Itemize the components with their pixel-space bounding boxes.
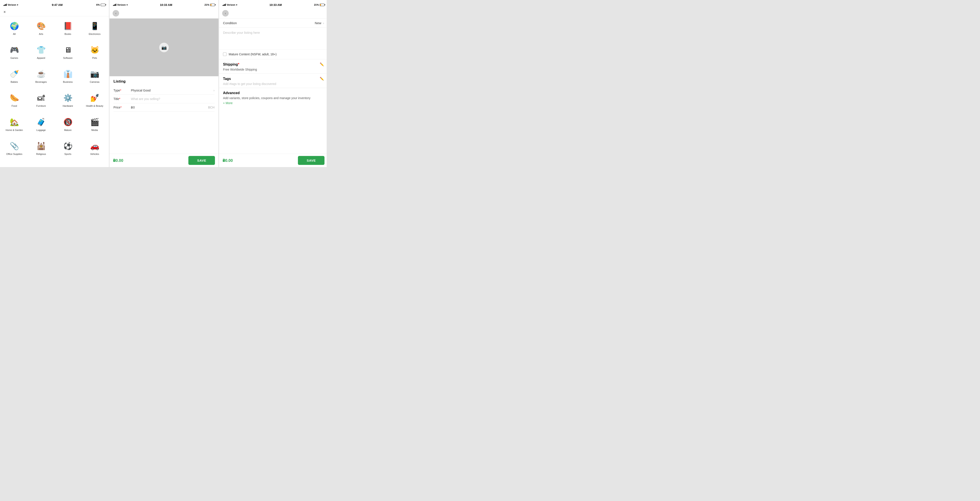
battery-icon-1	[100, 4, 105, 6]
category-label-business: Business	[63, 81, 73, 83]
panel1-header: ×	[0, 9, 109, 16]
category-item-food[interactable]: 🌭Food	[1, 90, 28, 114]
category-item-games[interactable]: 🎮Games	[1, 42, 28, 66]
category-item-babies[interactable]: 🍼Babies	[1, 66, 28, 90]
status-left-3: Verizon ▾	[223, 3, 237, 6]
description-placeholder[interactable]: Describe your listing here	[223, 31, 260, 34]
advanced-section: Advanced Add variants, store policies, c…	[219, 88, 327, 107]
category-label-software: Software	[63, 57, 73, 59]
category-label-office-supplies: Office Supplies	[6, 153, 22, 156]
mature-label: Mature Content (NSFW, adult, 18+)	[229, 52, 277, 56]
category-item-books[interactable]: 📕Books	[54, 18, 81, 42]
wifi-icon-3: ▾	[236, 4, 237, 6]
time-2: 10:33 AM	[160, 3, 172, 6]
tags-edit-icon[interactable]: ✏️	[320, 77, 324, 81]
category-icon-games: 🎮	[9, 44, 20, 56]
tags-title: Tags	[223, 77, 231, 81]
category-icon-babies: 🍼	[9, 68, 20, 80]
signal-icon-2	[113, 4, 116, 6]
save-button-3[interactable]: SAVE	[298, 156, 325, 165]
type-row[interactable]: Type* Physical Good ›	[113, 86, 215, 95]
bottom-bar-2: Ƀ0.00 SAVE	[110, 154, 218, 167]
category-label-vehicles: Vehicles	[90, 153, 99, 156]
shipping-edit-icon[interactable]: ✏️	[320, 62, 324, 67]
category-icon-books: 📕	[62, 20, 73, 32]
shipping-header: Shipping* ✏️	[223, 62, 324, 67]
shipping-title: Shipping*	[223, 62, 239, 67]
status-right-1: 6%	[96, 3, 105, 6]
price-label: Price*	[113, 106, 129, 109]
title-input[interactable]: What are you selling?	[129, 97, 215, 101]
category-item-software[interactable]: 🖥Software	[54, 42, 81, 66]
price-input[interactable]: Ƀ0	[129, 106, 206, 109]
category-item-mature[interactable]: 🔞Mature	[54, 114, 81, 138]
category-item-media[interactable]: 🎬Media	[81, 114, 108, 138]
battery-fill-3	[320, 4, 321, 6]
panel3-nav: ‹	[219, 9, 327, 19]
category-label-health-beauty: Health & Beauty	[86, 105, 103, 107]
category-panel: Verizon ▾ 9:47 AM 6% × 🌍All🎨Arts📕Books📱E…	[0, 0, 109, 167]
category-item-home-garden[interactable]: 🏡Home & Garden	[1, 114, 28, 138]
more-link[interactable]: + More	[223, 101, 232, 105]
category-item-health-beauty[interactable]: 💅Health & Beauty	[81, 90, 108, 114]
category-item-pets[interactable]: 🐱Pets	[81, 42, 108, 66]
category-item-all[interactable]: 🌍All	[1, 18, 28, 42]
signal-icon	[3, 4, 7, 6]
category-icon-cameras: 📷	[89, 68, 100, 80]
advanced-text: Add variants, store policies, coupons an…	[223, 96, 324, 100]
type-value: Physical Good	[129, 89, 213, 92]
mature-content-row[interactable]: Mature Content (NSFW, adult, 18+)	[219, 49, 327, 59]
type-label: Type*	[113, 89, 129, 92]
close-button[interactable]: ×	[3, 10, 6, 14]
category-item-luggage[interactable]: 🧳Luggage	[28, 114, 54, 138]
category-item-electronics[interactable]: 📱Electronics	[81, 18, 108, 42]
category-item-beverages[interactable]: ☕Beverages	[28, 66, 54, 90]
category-item-business[interactable]: 👔Business	[54, 66, 81, 90]
mature-checkbox[interactable]	[223, 52, 226, 56]
category-item-religious[interactable]: 🕍Religious	[28, 138, 54, 162]
status-bar-2: Verizon ▾ 10:33 AM 21%	[110, 0, 218, 9]
category-item-arts[interactable]: 🎨Arts	[28, 18, 54, 42]
battery-icon-2	[210, 4, 215, 6]
listing-panel: Verizon ▾ 10:33 AM 21% ‹ 📷 Listing Type*…	[110, 0, 218, 167]
title-row[interactable]: Title* What are you selling?	[113, 95, 215, 103]
camera-symbol: 📷	[161, 45, 167, 50]
price-row[interactable]: Price* Ƀ0 BCH	[113, 103, 215, 112]
price-display-3: Ƀ0.00	[223, 158, 298, 163]
category-icon-business: 👔	[62, 68, 73, 80]
category-icon-pets: 🐱	[89, 44, 100, 56]
category-icon-apparel: 👕	[35, 44, 47, 56]
category-label-beverages: Beverages	[35, 81, 47, 83]
category-item-furniture[interactable]: 🛋Furniture	[28, 90, 54, 114]
status-left-2: Verizon ▾	[113, 3, 127, 6]
shipping-value: Free Worldwide Shipping	[223, 68, 324, 71]
category-label-media: Media	[91, 129, 98, 132]
condition-row[interactable]: Condition New ›	[219, 19, 327, 28]
signal-icon-3	[223, 4, 226, 6]
category-item-cameras[interactable]: 📷Cameras	[81, 66, 108, 90]
category-item-sports[interactable]: ⚽Sports	[54, 138, 81, 162]
tags-placeholder: Add #tags to get your listing discovered	[223, 82, 324, 86]
category-icon-health-beauty: 💅	[89, 92, 100, 103]
status-bar-1: Verizon ▾ 9:47 AM 6%	[0, 0, 109, 9]
title-label: Title*	[113, 97, 129, 101]
category-icon-home-garden: 🏡	[9, 116, 20, 128]
save-button-2[interactable]: SAVE	[188, 156, 215, 165]
category-item-vehicles[interactable]: 🚗Vehicles	[81, 138, 108, 162]
category-icon-software: 🖥	[62, 44, 73, 56]
category-label-babies: Babies	[11, 81, 18, 83]
photo-placeholder[interactable]: 📷	[110, 19, 218, 76]
battery-pct-1: 6%	[96, 3, 100, 6]
battery-fill-2	[211, 4, 212, 6]
category-icon-all: 🌍	[9, 20, 20, 32]
battery-pct-3: 21%	[314, 3, 319, 6]
category-item-apparel[interactable]: 👕Apparel	[28, 42, 54, 66]
description-area[interactable]: Describe your listing here	[219, 28, 327, 49]
category-item-office-supplies[interactable]: 📎Office Supplies	[1, 138, 28, 162]
category-item-hardware[interactable]: ⚙️Hardware	[54, 90, 81, 114]
category-label-furniture: Furniture	[36, 105, 46, 107]
battery-pct-2: 21%	[205, 3, 209, 6]
back-button-3[interactable]: ‹	[222, 10, 229, 17]
category-label-mature: Mature	[64, 129, 72, 132]
back-button-2[interactable]: ‹	[113, 10, 119, 17]
